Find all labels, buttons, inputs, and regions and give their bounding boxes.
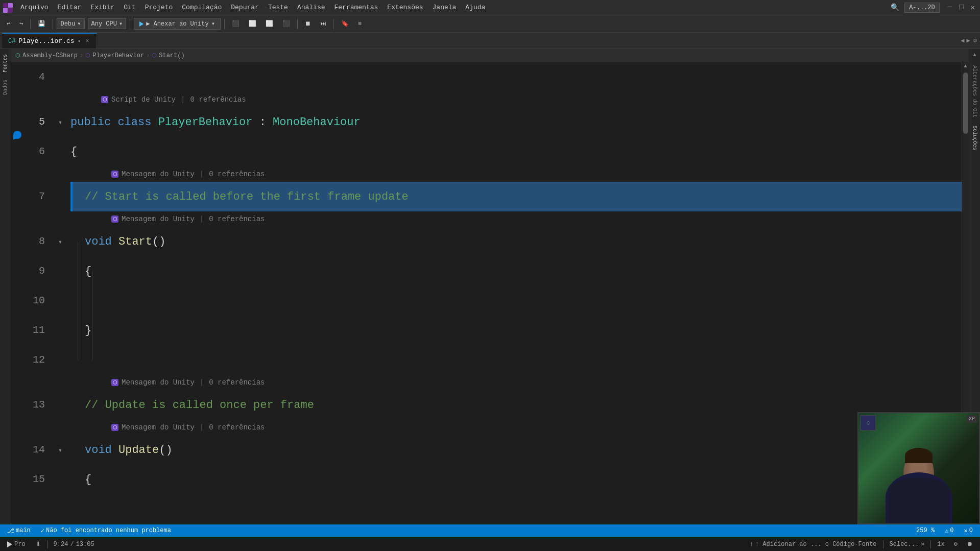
status-errors[interactable]: ✕ 0 (961, 527, 976, 535)
bottom-record[interactable]: ⏺ (964, 540, 976, 548)
method-start: Start (118, 235, 152, 248)
breadcrumb-class-icon: ⬡ (85, 52, 90, 59)
separator-1 (30, 19, 31, 29)
menu-git[interactable]: Git (119, 3, 139, 12)
menu-editar[interactable]: Editar (54, 3, 86, 12)
code-line-15: { (70, 465, 962, 494)
bottom-speed[interactable]: 1x (934, 541, 947, 548)
tab-scroll-left[interactable]: ◀ (961, 37, 964, 44)
menu-janela[interactable]: Janela (428, 3, 461, 12)
space-14 (112, 444, 118, 457)
fold-lens3 (54, 211, 66, 227)
left-panel-dados[interactable]: Dados (2, 77, 9, 98)
space4 (266, 116, 273, 129)
config-dropdown[interactable]: Debu ▾ (57, 18, 84, 29)
menu-projeto[interactable]: Projeto (141, 3, 177, 12)
bottom-sep1 (47, 540, 47, 548)
toolbar-btn-extra2[interactable]: ⬜ (245, 18, 260, 29)
cursor-indicator (70, 182, 73, 211)
time-elapsed: 9:24 (54, 541, 68, 548)
close-btn[interactable]: ✕ (968, 3, 978, 12)
separator-2 (53, 19, 53, 29)
bottom-add-source[interactable]: ↑ ↑ Adicionar ao ... o Código-Fonte (747, 541, 880, 548)
menu-depurar[interactable]: Depurar (227, 3, 263, 12)
menu-compilacao[interactable]: Compilação (178, 3, 226, 12)
search-icon[interactable]: 🔍 (891, 3, 899, 12)
line-num-4: 4 (23, 62, 50, 92)
menu-ferramentas[interactable]: Ferramentas (330, 3, 383, 12)
maximize-btn[interactable]: □ (956, 3, 966, 12)
status-git[interactable]: ⎇ main (4, 527, 34, 535)
toolbar-undo[interactable]: ↩ (3, 18, 14, 29)
status-zoom[interactable]: 259 % (913, 527, 938, 534)
lens-refs-2: 0 referências (209, 378, 265, 387)
run-button[interactable]: ▶ Anexar ao Unity ▾ (134, 18, 221, 30)
right-top-btn[interactable]: ▲ (971, 51, 978, 58)
toolbar-redo[interactable]: ↪ (16, 18, 27, 29)
platform-dropdown[interactable]: Any CPU ▾ (88, 18, 127, 29)
lens-sep3: | (200, 215, 204, 223)
tab-scroll-btns: ◀ ▶ ⚙ (958, 33, 980, 49)
tab-bar: C# Playe...ior.cs • × ◀ ▶ ⚙ (0, 33, 980, 49)
editor-main: ⬡ Assembly-CSharp › ⬡ PlayerBehavior › ⬡… (11, 49, 969, 524)
tab-settings[interactable]: ⚙ (973, 37, 977, 44)
breadcrumb-class[interactable]: PlayerBehavior (92, 52, 144, 59)
breadcrumb-assembly-icon: ⬡ (15, 52, 20, 59)
menu-extensoes[interactable]: Extensões (383, 3, 427, 12)
minimize-btn[interactable]: ─ (945, 3, 955, 12)
bottom-play-btn[interactable]: Pro (4, 541, 29, 548)
kw-public: public (70, 116, 111, 129)
right-panel-solucoes[interactable]: Soluções (971, 123, 978, 153)
scroll-up-btn[interactable]: ▲ (962, 62, 969, 69)
breadcrumb-method[interactable]: Start() (159, 52, 184, 59)
line-num-14: 14 (23, 435, 50, 465)
title-dropdown[interactable]: A-...2D (904, 3, 939, 13)
lens-refs-0: 0 referências (190, 95, 246, 104)
line-num-lens3 (23, 211, 50, 227)
toolbar-btn-debug[interactable]: ⏹ (301, 18, 315, 29)
toolbar-save-all[interactable]: 💾 (34, 18, 49, 29)
fold-12 (54, 345, 66, 375)
lens-icon-update2: ⬡ (111, 424, 118, 431)
right-panel-git[interactable]: Alterações do Git (971, 62, 978, 121)
tab-close-btn[interactable]: × (84, 37, 90, 45)
toolbar-btn-extra3[interactable]: ⬜ (262, 18, 277, 29)
svg-rect-1 (8, 3, 13, 8)
menu-arquivo[interactable]: Arquivo (16, 3, 53, 12)
line-num-13: 13 (23, 390, 50, 420)
left-panel-fontes[interactable]: Fontes (2, 51, 9, 76)
menu-teste[interactable]: Teste (264, 3, 292, 12)
separator-5 (297, 19, 298, 29)
record-icon: ⏺ (967, 540, 973, 548)
select-more: » (921, 541, 924, 548)
zoom-label: 259 % (916, 527, 935, 534)
menu-analise[interactable]: Análise (293, 3, 329, 12)
bottom-pause-btn[interactable]: ⏸ (32, 540, 44, 548)
status-right: 259 % ⚠ 0 ✕ 0 (913, 527, 976, 535)
separator-4 (224, 19, 225, 29)
bottom-settings[interactable]: ⚙ (951, 540, 961, 548)
bottom-select[interactable]: Selec... » (887, 541, 928, 548)
toolbar-btn-step[interactable]: ⏭ (317, 18, 330, 29)
fold-14[interactable]: ▾ (54, 435, 66, 465)
status-problems[interactable]: ✓ Não foi encontrado nenhum problema (38, 527, 174, 535)
status-warnings[interactable]: ⚠ 0 (942, 527, 957, 535)
scroll-thumb[interactable] (963, 73, 968, 134)
breadcrumb-assembly[interactable]: Assembly-CSharp (22, 52, 78, 59)
toolbar-btn-extra1[interactable]: ⬛ (228, 18, 243, 29)
code-editor[interactable]: ⬡ Script de Unity | 0 referências public… (66, 62, 962, 524)
code-line-8: void Start () (70, 227, 962, 256)
menu-ajuda[interactable]: Ajuda (461, 3, 489, 12)
toolbar-btn-extra4[interactable]: ⬛ (279, 18, 294, 29)
toolbar-btn-more[interactable]: ≡ (354, 19, 365, 29)
fold-8[interactable]: ▾ (54, 227, 66, 256)
toolbar-btn-bookmark[interactable]: 🔖 (338, 18, 352, 29)
fold-5[interactable]: ▾ (54, 107, 66, 137)
line-num-lens1 (23, 92, 50, 107)
active-tab[interactable]: C# Playe...ior.cs • × (2, 33, 97, 49)
webcam-overlay: XP ⬡ (857, 412, 980, 524)
fold-6 (54, 137, 66, 166)
lens-update-label: Mensagem do Unity (122, 378, 195, 387)
tab-scroll-right[interactable]: ▶ (967, 37, 970, 44)
menu-exibir[interactable]: Exibir (86, 3, 118, 12)
